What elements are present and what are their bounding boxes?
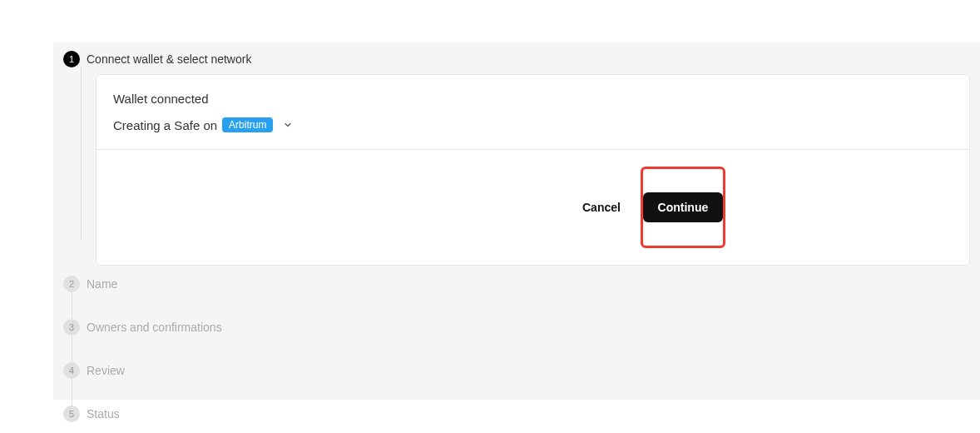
step-1-label: Connect wallet & select network (87, 51, 251, 67)
step-5-number: 5 (63, 406, 80, 422)
continue-button[interactable]: Continue (643, 192, 724, 222)
card-footer: Cancel Continue (97, 149, 969, 265)
step-connector (72, 292, 72, 319)
continue-highlight: Continue (641, 167, 725, 248)
step-4-number: 4 (63, 362, 80, 379)
step-2-number: 2 (63, 276, 80, 292)
step-1-number: 1 (63, 51, 80, 67)
cancel-button[interactable]: Cancel (579, 194, 624, 221)
step-4-label: Review (87, 362, 125, 379)
stepper-container: 1 Connect wallet & select network Wallet… (53, 42, 980, 400)
step-4-row: 4 Review (63, 362, 970, 379)
stepper: 1 Connect wallet & select network Wallet… (53, 42, 980, 422)
step-1-row: 1 Connect wallet & select network (63, 51, 970, 67)
card-body: Wallet connected Creating a Safe on Arbi… (97, 75, 969, 149)
connect-wallet-card: Wallet connected Creating a Safe on Arbi… (96, 74, 970, 266)
creating-row: Creating a Safe on Arbitrum (113, 117, 953, 132)
step-connector (81, 67, 82, 239)
step-5-row: 5 Status (63, 406, 970, 422)
step-5-label: Status (87, 406, 120, 422)
wallet-status-text: Wallet connected (113, 92, 953, 106)
creating-text: Creating a Safe on (113, 118, 217, 132)
step-2-row: 2 Name (63, 276, 970, 292)
step-3-number: 3 (63, 319, 80, 336)
step-connector (72, 336, 72, 362)
network-chip[interactable]: Arbitrum (222, 117, 273, 132)
step-3-row: 3 Owners and confirmations (63, 319, 970, 336)
step-connector (72, 379, 72, 406)
step-3-label: Owners and confirmations (87, 319, 222, 336)
step-2-label: Name (87, 276, 117, 292)
chevron-down-icon[interactable] (283, 120, 293, 130)
